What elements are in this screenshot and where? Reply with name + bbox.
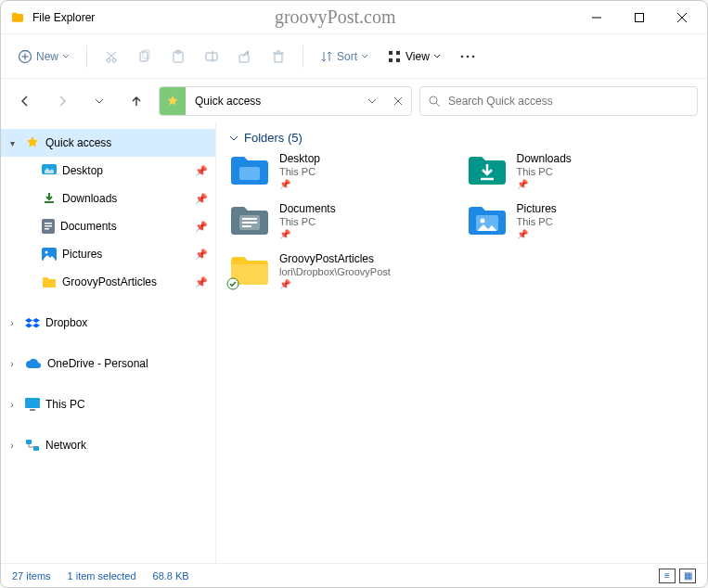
sidebar-item-label: This PC	[45, 398, 208, 411]
folder-groovy[interactable]: GroovyPostArticles lori\Dropbox\GroovyPo…	[229, 252, 457, 289]
svg-rect-15	[206, 53, 217, 60]
folder-location: This PC	[517, 216, 557, 227]
svg-rect-23	[389, 58, 393, 62]
address-bar: Quick access	[1, 79, 707, 123]
sidebar-item-label: Quick access	[45, 136, 208, 149]
view-label: View	[405, 50, 430, 63]
sidebar-item-onedrive[interactable]: › OneDrive - Personal	[1, 350, 215, 377]
chevron-down-icon[interactable]	[359, 87, 385, 115]
copy-icon	[137, 49, 152, 64]
folder-location: lori\Dropbox\GroovyPost	[279, 266, 391, 277]
folder-icon	[42, 275, 57, 288]
clear-button[interactable]	[385, 87, 411, 115]
svg-rect-18	[275, 54, 282, 62]
svg-rect-22	[396, 51, 400, 55]
folder-downloads[interactable]: Downloads This PC 📌	[467, 152, 695, 189]
svg-line-10	[109, 52, 116, 58]
watermark-text: groovyPost.com	[95, 6, 575, 28]
share-button[interactable]	[230, 44, 260, 70]
chevron-right-icon: ›	[5, 359, 19, 369]
sidebar-item-documents[interactable]: · Documents 📌	[1, 212, 215, 240]
sidebar: ▾ Quick access · Desktop 📌 · Downloads 📌…	[1, 123, 216, 563]
pin-icon: 📌	[279, 279, 391, 289]
back-button[interactable]	[10, 86, 40, 116]
sort-label: Sort	[337, 50, 357, 63]
sort-button[interactable]: Sort	[313, 45, 376, 69]
forward-button[interactable]	[47, 86, 77, 116]
folder-desktop[interactable]: Desktop This PC 📌	[229, 152, 457, 189]
svg-point-51	[480, 219, 484, 224]
search-box[interactable]	[419, 86, 698, 116]
sidebar-item-dropbox[interactable]: › Dropbox	[1, 309, 215, 337]
cut-button[interactable]	[97, 44, 126, 70]
address-input[interactable]: Quick access	[159, 86, 412, 116]
icons-view-button[interactable]: ▦	[679, 569, 696, 583]
group-label: Folders (5)	[244, 131, 303, 145]
minimize-button[interactable]	[575, 3, 618, 32]
pin-icon: 📌	[195, 193, 208, 205]
sidebar-item-label: Dropbox	[45, 316, 208, 329]
content-pane: Folders (5) Desktop This PC 📌	[216, 123, 707, 563]
pin-icon: 📌	[195, 249, 208, 261]
pin-icon: 📌	[195, 221, 208, 233]
sort-icon	[320, 50, 333, 63]
sidebar-item-label: Network	[45, 439, 208, 452]
sidebar-item-label: Desktop	[62, 164, 189, 177]
up-button[interactable]	[122, 86, 151, 116]
sidebar-item-pictures[interactable]: · Pictures 📌	[1, 240, 215, 268]
svg-point-39	[45, 251, 48, 254]
pin-icon: 📌	[279, 229, 336, 239]
sidebar-item-downloads[interactable]: · Downloads 📌	[1, 185, 215, 212]
maximize-button[interactable]	[618, 3, 661, 32]
view-icon	[387, 49, 402, 64]
chevron-right-icon: ›	[5, 318, 19, 328]
copy-button[interactable]	[130, 44, 160, 70]
pin-icon: 📌	[279, 179, 320, 189]
svg-point-26	[467, 55, 470, 58]
more-button[interactable]	[452, 44, 483, 70]
ellipsis-icon	[459, 49, 476, 64]
svg-rect-17	[239, 55, 249, 62]
sidebar-item-thispc[interactable]: › This PC	[1, 390, 215, 418]
documents-folder-icon	[229, 202, 270, 237]
rename-button[interactable]	[197, 44, 226, 70]
delete-button[interactable]	[264, 44, 293, 70]
sidebar-item-quick-access[interactable]: ▾ Quick access	[1, 129, 215, 157]
folder-grid: Desktop This PC 📌 Downloads This PC 📌	[229, 152, 694, 289]
pin-icon: 📌	[195, 165, 208, 177]
path-label: Quick access	[186, 95, 270, 108]
folder-name: GroovyPostArticles	[279, 252, 391, 265]
group-header[interactable]: Folders (5)	[229, 131, 694, 145]
svg-rect-35	[45, 223, 52, 224]
close-button[interactable]	[661, 3, 703, 32]
sidebar-item-network[interactable]: › Network	[1, 431, 215, 459]
folder-documents[interactable]: Documents This PC 📌	[229, 202, 457, 239]
folder-name: Documents	[279, 202, 336, 215]
chevron-down-icon	[433, 53, 441, 60]
folder-pictures[interactable]: Pictures This PC 📌	[467, 202, 695, 239]
selection-size: 68.8 KB	[153, 570, 189, 582]
svg-rect-11	[140, 52, 148, 61]
recent-dropdown[interactable]	[84, 86, 114, 116]
folder-location: This PC	[279, 166, 320, 177]
scissors-icon	[104, 49, 119, 64]
view-button[interactable]: View	[380, 44, 448, 70]
svg-rect-37	[45, 228, 49, 230]
details-view-button[interactable]: ≡	[659, 569, 676, 583]
paste-button[interactable]	[163, 44, 193, 70]
sidebar-item-groovy[interactable]: · GroovyPostArticles 📌	[1, 268, 215, 296]
sidebar-item-label: Pictures	[62, 248, 189, 261]
toolbar: New Sort View	[1, 34, 707, 79]
selection-count: 1 item selected	[68, 570, 136, 582]
folder-icon	[10, 10, 25, 25]
svg-rect-49	[242, 225, 251, 227]
chevron-right-icon: ›	[5, 441, 19, 451]
search-input[interactable]	[448, 95, 689, 108]
star-icon	[25, 135, 40, 150]
svg-rect-41	[30, 409, 35, 411]
sidebar-item-desktop[interactable]: · Desktop 📌	[1, 157, 215, 185]
cloud-icon	[25, 358, 42, 369]
folder-icon	[229, 252, 270, 288]
new-button[interactable]: New	[10, 44, 77, 70]
pin-icon: 📌	[517, 229, 557, 239]
